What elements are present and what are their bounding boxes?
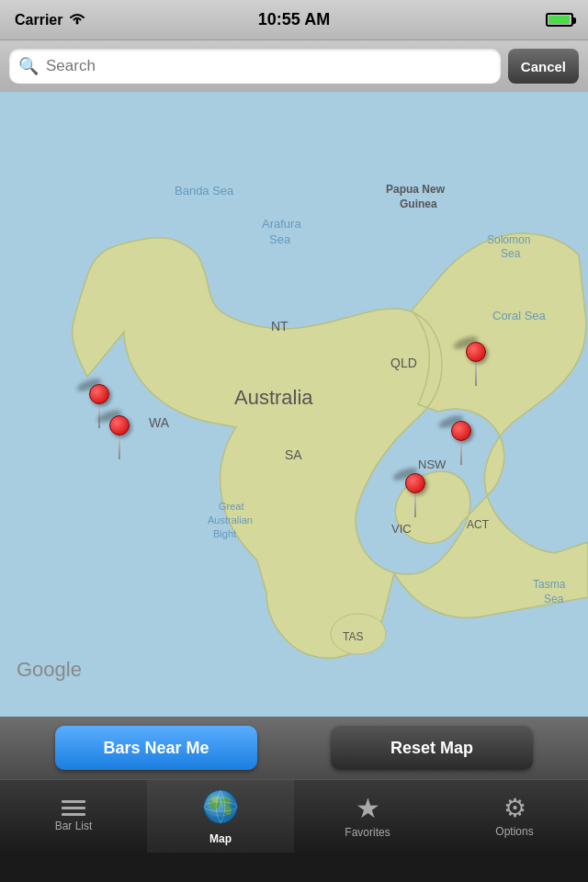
search-wrapper[interactable]: 🔍 (9, 49, 501, 84)
svg-text:Tasma: Tasma (533, 578, 566, 591)
gear-icon: ⚙ (503, 796, 526, 821)
tab-favorites-label: Favorites (345, 826, 390, 839)
status-right-icons (546, 13, 573, 27)
wifi-icon (68, 11, 86, 28)
svg-text:Sea: Sea (501, 247, 521, 260)
svg-point-0 (76, 22, 79, 25)
svg-text:Bight: Bight (213, 528, 236, 539)
map-pin-nsw[interactable] (451, 421, 471, 465)
search-input[interactable] (46, 57, 492, 75)
globe-icon (202, 788, 239, 829)
map-pin-wa2[interactable] (109, 415, 130, 459)
svg-text:VIC: VIC (391, 522, 412, 536)
pin-stem (475, 360, 477, 386)
pin-stem (460, 439, 462, 465)
pin-ball (405, 473, 425, 493)
svg-text:SA: SA (285, 447, 302, 462)
map-pin-qld[interactable] (466, 342, 486, 386)
tab-options-label: Options (495, 825, 533, 838)
svg-point-31 (211, 797, 219, 802)
tab-map[interactable]: Map (147, 780, 294, 853)
svg-text:Sea: Sea (269, 232, 291, 246)
svg-text:Solomon: Solomon (487, 233, 530, 246)
search-bar: 🔍 Cancel (0, 40, 588, 92)
tab-options[interactable]: ⚙ Options (441, 780, 588, 853)
svg-text:Coral Sea: Coral Sea (492, 309, 547, 322)
svg-text:NSW: NSW (418, 458, 447, 471)
cancel-button[interactable]: Cancel (508, 49, 579, 84)
svg-text:ACT: ACT (467, 518, 490, 531)
svg-text:Arafura: Arafura (262, 217, 301, 231)
star-icon: ★ (356, 795, 380, 822)
pin-ball (466, 342, 486, 362)
buttons-bar: Bars Near Me Reset Map (0, 717, 588, 779)
tab-favorites[interactable]: ★ Favorites (294, 780, 441, 853)
svg-text:Papua New: Papua New (386, 183, 446, 196)
map-pin-vic[interactable] (405, 473, 425, 517)
reset-map-button[interactable]: Reset Map (331, 726, 533, 770)
svg-text:WA: WA (149, 415, 170, 430)
svg-text:TAS: TAS (343, 630, 363, 643)
status-bar: Carrier 10:55 AM (0, 0, 588, 40)
svg-text:QLD: QLD (390, 356, 417, 370)
list-icon (62, 800, 85, 816)
svg-text:Australia: Australia (234, 386, 313, 409)
svg-text:Banda Sea: Banda Sea (175, 184, 234, 198)
tab-bar-list-label: Bar List (55, 820, 93, 832)
carrier-label: Carrier (15, 12, 62, 28)
pin-stem (414, 492, 416, 517)
svg-text:Sea: Sea (544, 593, 564, 605)
svg-text:NT: NT (271, 319, 288, 334)
map-svg: Banda Sea Papua New Guinea NT QLD Austra… (0, 92, 588, 717)
tab-map-label: Map (209, 832, 232, 845)
svg-text:Australian: Australian (208, 514, 253, 526)
tab-bar-list[interactable]: Bar List (0, 780, 147, 853)
bars-near-me-button[interactable]: Bars Near Me (55, 726, 257, 770)
pin-stem (119, 434, 120, 459)
map-area[interactable]: Banda Sea Papua New Guinea NT QLD Austra… (0, 92, 588, 717)
svg-text:Great: Great (219, 501, 244, 512)
svg-text:Guinea: Guinea (400, 198, 437, 210)
pin-ball (451, 421, 471, 441)
pin-ball (89, 384, 109, 404)
time-display: 10:55 AM (258, 10, 330, 29)
search-icon: 🔍 (18, 56, 39, 76)
svg-point-25 (204, 790, 237, 823)
pin-ball (109, 415, 130, 435)
tab-bar: Bar List (0, 779, 588, 853)
battery-icon (546, 13, 573, 27)
carrier-info: Carrier (15, 11, 86, 28)
